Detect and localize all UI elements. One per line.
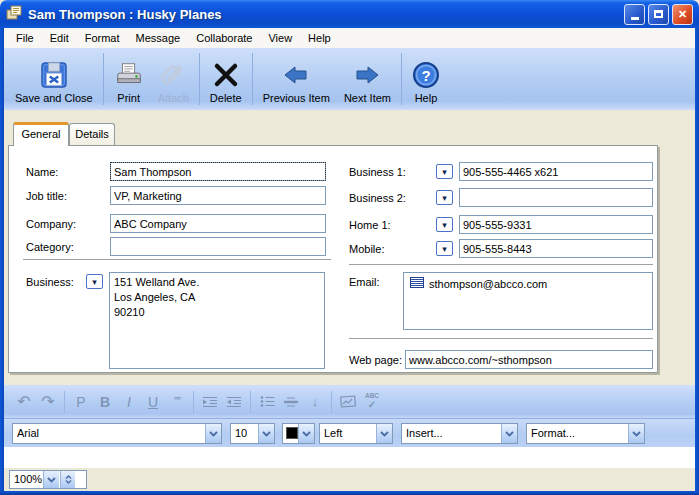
toolbar-separator — [401, 53, 402, 105]
email-card-icon — [410, 277, 424, 290]
format-value: Format... — [531, 427, 626, 439]
title-bar[interactable]: Sam Thompson : Husky Planes ✕ — [0, 0, 699, 28]
mobile-dropdown-button[interactable]: ▾ — [436, 241, 453, 256]
menu-format[interactable]: Format — [77, 29, 128, 47]
chevron-down-icon — [376, 424, 392, 443]
zoom-value: 100% — [14, 473, 42, 485]
email-value: sthompson@abcco.com — [429, 278, 547, 290]
company-input[interactable] — [110, 214, 326, 233]
mobile-label: Mobile: — [349, 243, 384, 255]
close-button[interactable]: ✕ — [672, 4, 693, 25]
window-border-left — [0, 26, 4, 491]
minimize-button[interactable] — [624, 4, 645, 25]
home1-dropdown-button[interactable]: ▾ — [436, 217, 453, 232]
save-and-close-button[interactable]: Save and Close — [8, 50, 100, 108]
home1-input[interactable] — [459, 215, 653, 234]
help-button[interactable]: ? Help — [405, 50, 447, 108]
font-family-value: Arial — [17, 427, 203, 439]
zoom-control[interactable]: 100% — [9, 470, 87, 489]
menu-message[interactable]: Message — [128, 29, 189, 47]
company-label: Company: — [26, 218, 76, 230]
left-divider — [23, 259, 331, 260]
chevron-down-icon: ▾ — [442, 245, 447, 254]
insert-image-icon — [336, 391, 360, 413]
attach-button: Attach — [151, 50, 196, 108]
job-title-input[interactable] — [110, 186, 326, 205]
chevron-down-icon[interactable] — [43, 471, 59, 488]
arrow-left-icon — [282, 58, 310, 92]
business2-dropdown-button[interactable]: ▾ — [436, 190, 453, 205]
business1-label: Business 1: — [349, 166, 406, 178]
next-item-label: Next Item — [344, 92, 391, 104]
insert-arrow-icon: ↓ — [303, 391, 327, 413]
chevron-down-icon — [258, 424, 274, 443]
insert-select[interactable]: Insert... — [401, 423, 518, 444]
notes-body-area[interactable] — [4, 447, 695, 467]
print-label: Print — [117, 92, 140, 104]
right-divider-top — [349, 264, 653, 265]
menu-view[interactable]: View — [260, 29, 300, 47]
menu-help[interactable]: Help — [300, 29, 339, 47]
italic-icon: I — [117, 391, 141, 413]
font-color-select[interactable] — [282, 423, 315, 444]
bold-icon: B — [93, 391, 117, 413]
delete-button[interactable]: Delete — [203, 50, 249, 108]
chevron-down-icon — [65, 480, 72, 484]
undo-icon: ↶ — [12, 391, 36, 413]
font-size-select[interactable]: 10 — [230, 423, 275, 444]
chevron-down-icon: ▾ — [442, 194, 447, 203]
contact-window: Sam Thompson : Husky Planes ✕ File Edit … — [0, 0, 699, 495]
tab-general[interactable]: General — [13, 122, 69, 146]
chevron-down-icon — [205, 424, 221, 443]
name-input[interactable] — [110, 162, 326, 181]
business-address-textarea[interactable]: 151 Welland Ave. Los Angeles, CA 90210 — [109, 272, 325, 369]
toolbar-separator — [252, 53, 253, 105]
maximize-button[interactable] — [648, 4, 669, 25]
chevron-down-icon: ▾ — [92, 278, 97, 287]
alignment-value: Left — [324, 427, 374, 439]
quote-icon: ”” — [165, 391, 189, 413]
business1-dropdown-button[interactable]: ▾ — [436, 164, 453, 179]
window-title: Sam Thompson : Husky Planes — [28, 7, 621, 22]
paperclip-icon — [158, 58, 188, 92]
arrow-right-icon — [353, 58, 381, 92]
format-separator — [193, 391, 194, 413]
print-button[interactable]: Print — [107, 50, 151, 108]
insert-value: Insert... — [406, 427, 499, 439]
underline-icon: U — [141, 391, 165, 413]
indent-decrease-icon — [222, 391, 246, 413]
menu-collaborate[interactable]: Collaborate — [188, 29, 260, 47]
format-toolbar: ↶ ↷ P B I U ”” — [4, 385, 695, 419]
business-address-dropdown-button[interactable]: ▾ — [86, 274, 103, 289]
business1-input[interactable] — [459, 162, 653, 181]
general-tab-panel: Name: Job title: Company: Category: Busi… — [8, 145, 658, 373]
previous-item-button[interactable]: Previous Item — [256, 50, 337, 108]
format-separator — [64, 391, 65, 413]
previous-item-label: Previous Item — [263, 92, 330, 104]
next-item-button[interactable]: Next Item — [337, 50, 398, 108]
category-input[interactable] — [110, 237, 326, 256]
svg-text:?: ? — [421, 67, 430, 84]
status-bar: 100% — [4, 467, 695, 491]
format-select[interactable]: Format... — [526, 423, 645, 444]
contact-card-icon — [6, 5, 22, 23]
delete-label: Delete — [210, 92, 242, 104]
chevron-down-icon: ▾ — [442, 168, 447, 177]
business2-input[interactable] — [459, 188, 653, 207]
email-label: Email: — [349, 276, 380, 288]
font-family-select[interactable]: Arial — [12, 423, 222, 444]
web-page-input[interactable] — [405, 350, 653, 369]
tab-details[interactable]: Details — [69, 123, 115, 146]
zoom-stepper[interactable] — [60, 471, 75, 488]
spellcheck-icon: ABC ✓ — [360, 391, 384, 413]
attach-label: Attach — [158, 92, 189, 104]
chevron-up-icon — [65, 475, 72, 479]
menu-file[interactable]: File — [8, 29, 42, 47]
chevron-down-icon — [298, 424, 314, 443]
menu-edit[interactable]: Edit — [42, 29, 77, 47]
printer-icon — [114, 58, 144, 92]
email-field[interactable]: sthompson@abcco.com — [403, 272, 653, 330]
alignment-select[interactable]: Left — [319, 423, 393, 444]
color-swatch — [286, 427, 298, 439]
mobile-input[interactable] — [459, 239, 653, 258]
